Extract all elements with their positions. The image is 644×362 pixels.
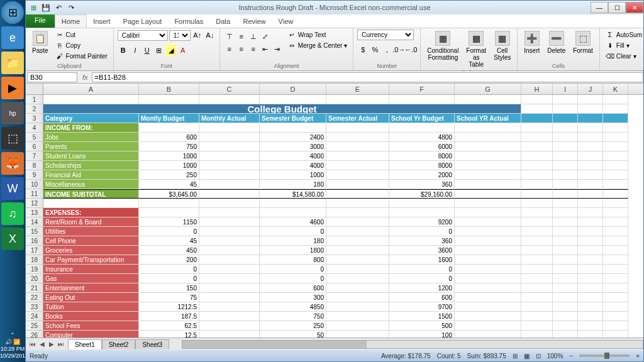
zoom-out-button[interactable]: − [569,353,573,359]
inc-decimal-button[interactable]: .0→ [393,44,404,55]
taskbar-app-firefox[interactable]: 🦊 [1,152,24,175]
wrap-text-button[interactable]: ↵Wrap Text [286,30,350,40]
cell[interactable]: 0 [389,274,455,283]
cell[interactable] [455,123,521,133]
cell[interactable] [553,123,578,133]
cell[interactable] [521,199,553,208]
cell[interactable]: 2400 [260,133,326,142]
row-header[interactable]: 15 [26,227,43,236]
cell[interactable] [578,133,603,142]
cell[interactable] [326,208,389,217]
cell[interactable] [326,321,389,331]
cell[interactable] [553,151,578,161]
cell[interactable]: 0 [139,265,199,274]
cell[interactable]: 6000 [389,142,455,151]
cell[interactable]: 600 [389,293,455,302]
cell[interactable]: 62.5 [139,321,199,331]
row-header[interactable]: 9 [26,170,43,180]
cell[interactable] [455,199,521,208]
taskbar-app-hp[interactable]: hp [1,102,24,124]
cell[interactable] [603,95,628,104]
cell[interactable]: Semester Budget [260,114,326,123]
cell[interactable] [553,142,578,151]
col-header-B[interactable]: B [139,84,199,94]
cell[interactable] [199,283,260,293]
close-button[interactable]: ✕ [626,2,643,13]
cell[interactable] [578,274,603,283]
cell[interactable]: INCOME SUBTOTAL [43,189,139,199]
cell[interactable] [603,227,628,236]
cell[interactable] [603,302,628,312]
tab-home[interactable]: Home [55,14,87,28]
cell[interactable] [553,321,578,331]
cell[interactable]: 1000 [139,151,199,161]
cell[interactable] [578,255,603,265]
cell[interactable] [326,331,389,337]
cell[interactable]: Computer [43,331,139,337]
indent-inc-button[interactable]: ⇥ [272,43,283,55]
cell[interactable] [521,274,553,283]
cell[interactable]: 250 [260,321,326,331]
cell[interactable] [260,199,326,208]
row-header[interactable]: 20 [26,274,43,283]
cell[interactable] [199,312,260,321]
cell[interactable] [199,293,260,302]
cell[interactable] [578,227,603,236]
cell[interactable] [455,246,521,255]
cell[interactable] [326,95,389,104]
align-middle-button[interactable]: ≡ [236,31,247,42]
cell[interactable]: Student Loans [43,151,139,161]
cell[interactable]: 0 [139,227,199,236]
cell[interactable] [553,236,578,246]
cell[interactable]: $14,580.00 [260,189,326,199]
cell[interactable] [553,312,578,321]
cell[interactable] [260,123,326,133]
cell[interactable] [326,217,389,227]
cell[interactable] [199,180,260,189]
col-header-E[interactable]: E [326,84,389,94]
align-left-button[interactable]: ≡ [224,43,235,55]
cell[interactable] [603,274,628,283]
sheet-nav-last-icon[interactable]: ⏭ [57,341,65,348]
format-painter-button[interactable]: 🖌Format Painter [53,51,109,61]
orientation-button[interactable]: ⤢ [260,31,271,42]
select-all-corner[interactable] [26,84,43,94]
fx-icon[interactable]: fx [79,74,92,81]
cell[interactable] [326,274,389,283]
cell[interactable] [455,321,521,331]
cell[interactable] [455,283,521,293]
cell[interactable] [603,133,628,142]
cell[interactable]: 0 [389,227,455,236]
cell[interactable] [199,246,260,255]
col-header-G[interactable]: G [455,84,521,94]
cell[interactable] [199,302,260,312]
cell[interactable] [455,331,521,337]
align-center-button[interactable]: ≡ [236,43,247,55]
cell[interactable]: Cell Phone [43,236,139,246]
cell[interactable] [326,236,389,246]
cell[interactable]: School Yr Budget [389,114,455,123]
cell[interactable] [603,208,628,217]
cell[interactable] [326,283,389,293]
cell[interactable] [455,170,521,180]
minimize-button[interactable]: — [591,2,608,13]
horizontal-scrollbar[interactable] [182,340,643,349]
cell[interactable] [521,114,553,123]
cell[interactable]: 8000 [389,161,455,170]
cell[interactable]: Category [43,114,139,123]
row-header[interactable]: 12 [26,199,43,208]
col-header-A[interactable]: A [43,84,139,94]
cell[interactable]: 100 [389,331,455,337]
cell[interactable] [553,293,578,302]
title-cell[interactable]: College Budget [43,104,521,114]
cell[interactable]: Miscellaneous [43,180,139,189]
tray-volume-icon[interactable]: 🔊 📶 [0,339,25,345]
start-button[interactable]: ⊞ [1,1,24,24]
cell[interactable] [455,217,521,227]
cell[interactable]: Scholarships [43,161,139,170]
cell[interactable] [603,236,628,246]
italic-button[interactable]: I [130,45,141,56]
cell[interactable] [603,246,628,255]
row-header[interactable]: 11 [26,189,43,199]
row-header[interactable]: 2 [26,104,43,114]
